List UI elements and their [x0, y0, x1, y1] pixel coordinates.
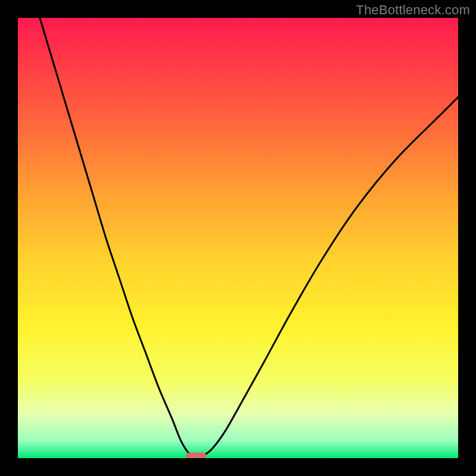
chart-frame: TheBottleneck.com	[0, 0, 476, 476]
attribution-label: TheBottleneck.com	[356, 2, 470, 18]
minimum-marker	[186, 453, 206, 458]
chart-svg	[18, 18, 458, 458]
plot-area	[18, 18, 458, 458]
gradient-background	[18, 18, 458, 458]
